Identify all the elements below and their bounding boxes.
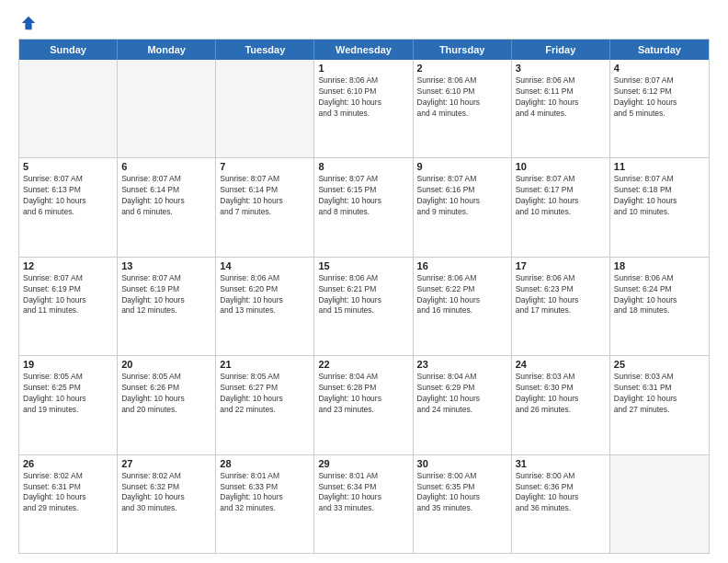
cell-info-line: and 10 minutes. <box>614 207 705 218</box>
day-number: 19 <box>23 359 113 370</box>
calendar-row-0: 1Sunrise: 8:06 AMSunset: 6:10 PMDaylight… <box>19 60 709 158</box>
page: SundayMondayTuesdayWednesdayThursdayFrid… <box>0 0 728 563</box>
cell-info-line: Daylight: 10 hours <box>516 295 606 306</box>
day-number: 5 <box>23 161 113 172</box>
cell-info-line: Sunrise: 8:07 AM <box>220 174 310 185</box>
day-header-wednesday: Wednesday <box>314 40 413 60</box>
cell-info-line: and 36 minutes. <box>516 503 606 514</box>
cell-info-line: Sunrise: 8:03 AM <box>516 372 606 383</box>
cell-info-line: Sunrise: 8:05 AM <box>220 372 310 383</box>
cell-info-line: Sunset: 6:13 PM <box>23 185 113 196</box>
cell-info-line: Sunrise: 8:01 AM <box>318 471 408 482</box>
cell-info-line: Sunrise: 8:06 AM <box>318 75 408 86</box>
calendar-cell-1-6: 11Sunrise: 8:07 AMSunset: 6:18 PMDayligh… <box>610 158 709 256</box>
cell-info-line: Sunrise: 8:07 AM <box>318 174 408 185</box>
calendar-cell-2-2: 14Sunrise: 8:06 AMSunset: 6:20 PMDayligh… <box>216 258 314 355</box>
cell-info-line: Sunset: 6:31 PM <box>23 482 113 493</box>
cell-info-line: Sunrise: 8:07 AM <box>23 273 113 284</box>
day-number: 14 <box>220 260 310 271</box>
day-number: 18 <box>614 260 705 271</box>
day-number: 28 <box>220 458 310 469</box>
cell-info-line: and 4 minutes. <box>417 109 507 120</box>
cell-info-line: Sunrise: 8:06 AM <box>516 273 606 284</box>
day-number: 25 <box>614 359 705 370</box>
day-header-tuesday: Tuesday <box>216 40 314 60</box>
cell-info-line: Daylight: 10 hours <box>318 394 408 405</box>
cell-info-line: Daylight: 10 hours <box>23 295 113 306</box>
cell-info-line: Sunrise: 8:02 AM <box>23 471 113 482</box>
cell-info-line: Sunrise: 8:07 AM <box>614 75 705 86</box>
cell-info-line: Sunrise: 8:07 AM <box>121 273 211 284</box>
day-number: 16 <box>417 260 507 271</box>
cell-info-line: Sunrise: 8:06 AM <box>318 273 408 284</box>
calendar-cell-4-6 <box>610 455 709 553</box>
calendar-cell-3-1: 20Sunrise: 8:05 AMSunset: 6:26 PMDayligh… <box>118 356 216 454</box>
header <box>18 15 710 31</box>
day-number: 3 <box>516 63 606 74</box>
cell-info-line: Sunrise: 8:07 AM <box>417 174 507 185</box>
cell-info-line: Sunrise: 8:00 AM <box>417 471 507 482</box>
cell-info-line: Daylight: 10 hours <box>516 492 606 503</box>
cell-info-line: and 8 minutes. <box>318 207 408 218</box>
calendar-cell-1-3: 8Sunrise: 8:07 AMSunset: 6:15 PMDaylight… <box>314 158 413 256</box>
calendar-cell-1-4: 9Sunrise: 8:07 AMSunset: 6:16 PMDaylight… <box>414 158 512 256</box>
cell-info-line: Sunset: 6:20 PM <box>220 284 310 295</box>
cell-info-line: Daylight: 10 hours <box>220 394 310 405</box>
cell-info-line: Sunrise: 8:07 AM <box>121 174 211 185</box>
cell-info-line: Daylight: 10 hours <box>121 394 211 405</box>
calendar-cell-0-6: 4Sunrise: 8:07 AMSunset: 6:12 PMDaylight… <box>610 60 709 157</box>
calendar-row-4: 26Sunrise: 8:02 AMSunset: 6:31 PMDayligh… <box>19 455 709 553</box>
cell-info-line: Sunset: 6:12 PM <box>614 86 705 98</box>
calendar-cell-3-3: 22Sunrise: 8:04 AMSunset: 6:28 PMDayligh… <box>314 356 413 454</box>
svg-marker-0 <box>22 17 35 29</box>
cell-info-line: Sunset: 6:28 PM <box>318 383 408 394</box>
cell-info-line: Sunrise: 8:06 AM <box>417 75 507 86</box>
day-header-saturday: Saturday <box>610 40 709 60</box>
cell-info-line: Sunset: 6:14 PM <box>220 185 310 196</box>
day-number: 26 <box>23 458 113 469</box>
calendar-cell-3-2: 21Sunrise: 8:05 AMSunset: 6:27 PMDayligh… <box>216 356 314 454</box>
calendar-cell-0-0 <box>19 60 118 157</box>
calendar-cell-4-0: 26Sunrise: 8:02 AMSunset: 6:31 PMDayligh… <box>19 455 118 553</box>
calendar-cell-0-1 <box>118 60 216 157</box>
cell-info-line: Sunset: 6:10 PM <box>417 86 507 98</box>
cell-info-line: Sunrise: 8:02 AM <box>121 471 211 482</box>
cell-info-line: Daylight: 10 hours <box>121 492 211 503</box>
day-header-friday: Friday <box>512 40 610 60</box>
cell-info-line: Daylight: 10 hours <box>318 295 408 306</box>
cell-info-line: Daylight: 10 hours <box>121 196 211 207</box>
cell-info-line: Sunset: 6:10 PM <box>318 86 408 98</box>
day-number: 12 <box>23 260 113 271</box>
cell-info-line: and 18 minutes. <box>614 305 705 316</box>
cell-info-line: and 20 minutes. <box>121 405 211 416</box>
day-number: 9 <box>417 161 507 172</box>
cell-info-line: Sunset: 6:35 PM <box>417 482 507 493</box>
day-number: 1 <box>318 63 408 74</box>
cell-info-line: and 12 minutes. <box>121 305 211 316</box>
cell-info-line: Sunset: 6:21 PM <box>318 284 408 295</box>
day-header-thursday: Thursday <box>414 40 512 60</box>
cell-info-line: Sunset: 6:26 PM <box>121 383 211 394</box>
calendar-cell-4-2: 28Sunrise: 8:01 AMSunset: 6:33 PMDayligh… <box>216 455 314 553</box>
day-header-monday: Monday <box>118 40 216 60</box>
cell-info-line: Sunrise: 8:07 AM <box>23 174 113 185</box>
cell-info-line: Sunset: 6:16 PM <box>417 185 507 196</box>
cell-info-line: Daylight: 10 hours <box>220 492 310 503</box>
calendar-cell-4-4: 30Sunrise: 8:00 AMSunset: 6:35 PMDayligh… <box>414 455 512 553</box>
cell-info-line: Daylight: 10 hours <box>614 98 705 109</box>
logo-icon <box>20 15 37 31</box>
calendar-cell-2-3: 15Sunrise: 8:06 AMSunset: 6:21 PMDayligh… <box>314 258 413 355</box>
cell-info-line: and 29 minutes. <box>23 503 113 514</box>
cell-info-line: Daylight: 10 hours <box>220 295 310 306</box>
cell-info-line: and 22 minutes. <box>220 405 310 416</box>
cell-info-line: Sunrise: 8:00 AM <box>516 471 606 482</box>
cell-info-line: Daylight: 10 hours <box>417 98 507 109</box>
calendar-cell-4-5: 31Sunrise: 8:00 AMSunset: 6:36 PMDayligh… <box>512 455 610 553</box>
day-number: 20 <box>121 359 211 370</box>
cell-info-line: and 10 minutes. <box>516 207 606 218</box>
cell-info-line: Sunset: 6:17 PM <box>516 185 606 196</box>
cell-info-line: Sunset: 6:31 PM <box>614 383 705 394</box>
cell-info-line: Sunrise: 8:06 AM <box>220 273 310 284</box>
calendar-cell-0-5: 3Sunrise: 8:06 AMSunset: 6:11 PMDaylight… <box>512 60 610 157</box>
cell-info-line: Sunset: 6:11 PM <box>516 86 606 98</box>
